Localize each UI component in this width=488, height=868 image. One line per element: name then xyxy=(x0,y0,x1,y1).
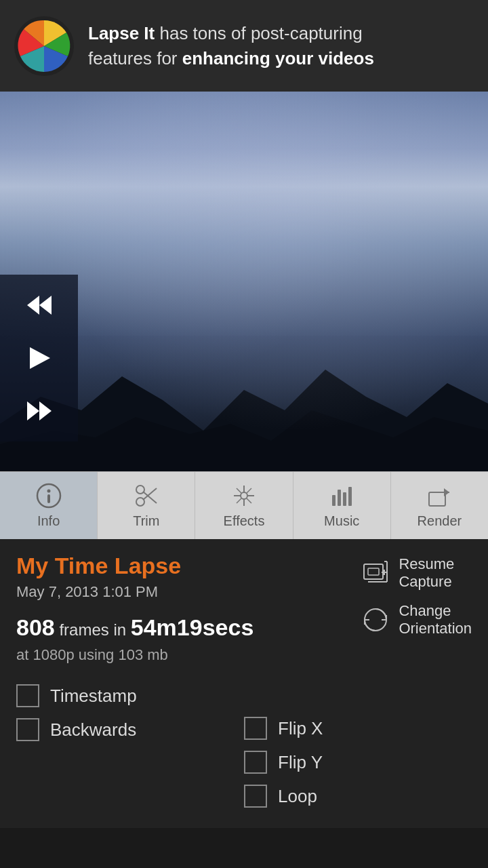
frames-in-text: frames in xyxy=(59,620,130,639)
svg-point-16 xyxy=(241,492,247,499)
flip-y-checkbox-box[interactable] xyxy=(244,751,267,774)
info-left-section: My Time Lapse May 7, 2013 1:01 PM 808 fr… xyxy=(16,553,361,664)
checkboxes-left: Timestamp Backwards xyxy=(16,684,244,808)
duration: 54m19secs xyxy=(131,614,254,640)
tab-info[interactable]: Info xyxy=(0,472,98,539)
playback-controls xyxy=(0,275,78,441)
timestamp-checkbox-box[interactable] xyxy=(16,684,39,707)
backwards-checkbox[interactable]: Backwards xyxy=(16,718,244,741)
svg-rect-11 xyxy=(47,494,50,503)
svg-marker-4 xyxy=(27,296,39,315)
flip-y-checkbox[interactable]: Flip Y xyxy=(244,751,472,774)
change-orientation-label: ChangeOrientation xyxy=(399,602,472,638)
svg-rect-26 xyxy=(338,490,341,506)
timestamp-label: Timestamp xyxy=(50,686,137,707)
tab-bar: Info Trim xyxy=(0,471,488,539)
change-orientation-button[interactable]: ChangeOrientation xyxy=(361,602,472,638)
flip-x-checkbox-box[interactable] xyxy=(244,717,267,740)
svg-rect-29 xyxy=(429,492,445,506)
checkboxes-area: Timestamp Backwards Flip X Flip Y Loop xyxy=(0,677,488,828)
resume-capture-label: ResumeCapture xyxy=(399,555,454,591)
play-button[interactable] xyxy=(19,338,60,378)
loop-checkbox-box[interactable] xyxy=(244,785,267,808)
tab-music-label: Music xyxy=(324,513,359,529)
tab-render[interactable]: Render xyxy=(391,472,488,539)
timestamp-checkbox[interactable]: Timestamp xyxy=(16,684,244,707)
project-name: My Time Lapse xyxy=(16,553,361,579)
backwards-label: Backwards xyxy=(50,719,136,741)
svg-marker-6 xyxy=(30,347,50,369)
svg-rect-28 xyxy=(348,487,352,506)
render-tab-icon xyxy=(426,482,453,509)
tab-effects[interactable]: Effects xyxy=(195,472,293,539)
app-header: Lapse It has tons of post-capturingfeatu… xyxy=(0,0,488,92)
project-date: May 7, 2013 1:01 PM xyxy=(16,583,361,601)
loop-checkbox[interactable]: Loop xyxy=(244,785,472,808)
info-right-section: ResumeCapture ChangeOrientation xyxy=(361,553,472,638)
resume-capture-icon xyxy=(361,558,390,588)
svg-line-23 xyxy=(247,488,251,493)
frames-count: 808 xyxy=(16,614,55,640)
svg-rect-25 xyxy=(332,495,336,506)
flip-x-checkbox[interactable]: Flip X xyxy=(244,717,472,740)
checkboxes-right: Flip X Flip Y Loop xyxy=(244,684,472,808)
app-name: Lapse It xyxy=(88,23,155,43)
svg-line-21 xyxy=(237,488,241,493)
svg-rect-33 xyxy=(368,568,379,575)
app-logo-icon xyxy=(14,16,75,77)
svg-line-22 xyxy=(247,498,251,503)
music-tab-icon xyxy=(328,482,355,509)
flip-y-label: Flip Y xyxy=(278,752,323,773)
svg-rect-32 xyxy=(364,564,383,579)
header-tagline: Lapse It has tons of post-capturingfeatu… xyxy=(88,21,374,71)
tab-trim[interactable]: Trim xyxy=(98,472,195,539)
loop-label: Loop xyxy=(278,786,317,807)
svg-marker-7 xyxy=(27,401,39,420)
svg-line-24 xyxy=(237,498,241,503)
tab-trim-label: Trim xyxy=(133,513,159,529)
info-tab-icon xyxy=(35,482,62,509)
resume-capture-button[interactable]: ResumeCapture xyxy=(361,555,454,591)
change-orientation-icon xyxy=(361,605,390,635)
fast-forward-button[interactable] xyxy=(19,391,60,431)
svg-marker-8 xyxy=(39,401,52,420)
trim-tab-icon xyxy=(133,482,160,509)
info-panel: My Time Lapse May 7, 2013 1:01 PM 808 fr… xyxy=(0,539,488,677)
tab-info-label: Info xyxy=(37,513,60,529)
header-end-text: for enhancing your videos xyxy=(152,48,374,68)
effects-tab-icon xyxy=(230,482,258,509)
svg-rect-27 xyxy=(343,492,346,506)
video-preview xyxy=(0,92,488,471)
tab-effects-label: Effects xyxy=(224,513,265,529)
rewind-button[interactable] xyxy=(19,285,60,326)
tab-render-label: Render xyxy=(418,513,462,529)
svg-point-10 xyxy=(47,490,50,493)
storage-info: at 1080p using 103 mb xyxy=(16,646,361,664)
flip-x-label: Flip X xyxy=(278,718,323,739)
backwards-checkbox-box[interactable] xyxy=(16,718,39,741)
frames-info: 808 frames in 54m19secs xyxy=(16,614,361,641)
tab-music[interactable]: Music xyxy=(293,472,391,539)
svg-marker-5 xyxy=(39,296,52,315)
